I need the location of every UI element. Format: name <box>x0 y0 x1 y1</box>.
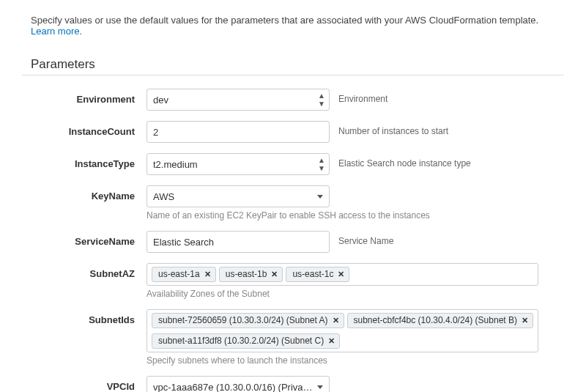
intro-text: Specify values or use the default values… <box>22 15 564 37</box>
subnet-az-tagbox[interactable]: us-east-1a✕ us-east-1b✕ us-east-1c✕ <box>146 263 538 286</box>
param-row-environment: Environment dev ▲▼ Environment <box>22 89 564 111</box>
param-row-key-name: KeyName AWS Name of an existing EC2 KeyP… <box>22 185 564 221</box>
vpc-id-value: vpc-1aaa687e (10.30.0.0/16) (Private V..… <box>153 382 313 393</box>
param-label: InstanceCount <box>22 121 146 137</box>
param-row-subnet-ids: SubnetIds subnet-72560659 (10.30.3.0/24)… <box>22 309 564 366</box>
remove-tag-icon[interactable]: ✕ <box>522 316 528 325</box>
param-row-instance-count: InstanceCount Number of instances to sta… <box>22 121 564 143</box>
instance-count-input[interactable] <box>146 121 330 143</box>
remove-tag-icon[interactable]: ✕ <box>338 270 344 279</box>
tag-item: us-east-1a✕ <box>152 267 216 282</box>
section-title: Parameters <box>22 57 564 72</box>
service-name-input[interactable] <box>146 231 330 253</box>
param-label: Environment <box>22 89 146 105</box>
tag-item: subnet-72560659 (10.30.3.0/24) (Subnet A… <box>152 313 344 328</box>
instance-type-select[interactable]: t2.medium <box>146 153 330 175</box>
vpc-id-dropdown[interactable]: vpc-1aaa687e (10.30.0.0/16) (Private V..… <box>146 376 330 392</box>
param-row-subnet-az: SubnetAZ us-east-1a✕ us-east-1b✕ us-east… <box>22 263 564 299</box>
param-label: SubnetAZ <box>22 263 146 279</box>
param-row-instance-type: InstanceType t2.medium ▲▼ Elastic Search… <box>22 153 564 175</box>
param-label: ServiceName <box>22 231 146 247</box>
param-desc: Service Name <box>338 231 393 246</box>
remove-tag-icon[interactable]: ✕ <box>328 336 335 346</box>
caret-down-icon <box>317 385 323 389</box>
remove-tag-icon[interactable]: ✕ <box>271 270 278 279</box>
param-label: InstanceType <box>22 153 146 169</box>
key-name-value: AWS <box>153 191 313 202</box>
param-label: SubnetIds <box>22 309 146 325</box>
param-row-vpc-id: VPCId vpc-1aaa687e (10.30.0.0/16) (Priva… <box>22 376 564 392</box>
param-label: VPCId <box>22 376 146 392</box>
environment-select-wrap: dev ▲▼ <box>146 89 330 111</box>
param-desc: Elastic Search node instance type <box>338 153 471 169</box>
intro-copy: Specify values or use the default values… <box>31 15 538 26</box>
remove-tag-icon[interactable]: ✕ <box>333 316 339 325</box>
tag-item: us-east-1c✕ <box>286 267 349 282</box>
tag-item: subnet-a11f3df8 (10.30.2.0/24) (Subnet C… <box>152 333 340 349</box>
section-divider <box>22 75 564 75</box>
environment-select[interactable]: dev <box>146 89 330 111</box>
remove-tag-icon[interactable]: ✕ <box>204 270 211 279</box>
caret-down-icon <box>317 195 323 199</box>
subnet-ids-tagbox[interactable]: subnet-72560659 (10.30.3.0/24) (Subnet A… <box>146 309 538 352</box>
param-desc: Environment <box>338 89 387 104</box>
instance-count-input-wrap <box>146 121 330 143</box>
param-desc: Number of instances to start <box>338 121 448 136</box>
param-desc: Availability Zones of the Subnet <box>146 289 538 299</box>
learn-more-link[interactable]: Learn more. <box>31 26 82 37</box>
service-name-input-wrap <box>146 231 330 253</box>
param-row-service-name: ServiceName Service Name <box>22 231 564 253</box>
param-desc: Specify subnets where to launch the inst… <box>146 355 538 366</box>
tag-item: subnet-cbfcf4bc (10.30.4.0/24) (Subnet B… <box>347 313 533 328</box>
key-name-dropdown[interactable]: AWS <box>146 185 330 207</box>
param-label: KeyName <box>22 185 146 201</box>
param-desc: Name of an existing EC2 KeyPair to enabl… <box>146 210 430 221</box>
tag-item: us-east-1b✕ <box>219 267 283 282</box>
instance-type-select-wrap: t2.medium ▲▼ <box>146 153 330 175</box>
